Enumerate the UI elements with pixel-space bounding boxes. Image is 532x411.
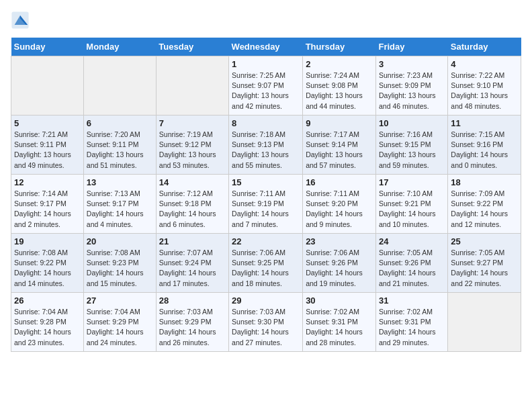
day-number: 16 [306, 177, 373, 187]
calendar-cell: 25Sunrise: 7:05 AMSunset: 9:27 PMDayligh… [448, 234, 521, 293]
day-number: 13 [87, 177, 153, 187]
weekday-row: SundayMondayTuesdayWednesdayThursdayFrid… [11, 38, 521, 56]
calendar-week-row: 26Sunrise: 7:04 AMSunset: 9:28 PMDayligh… [11, 293, 521, 352]
day-number: 5 [14, 118, 81, 128]
weekday-header: Saturday [448, 38, 521, 56]
day-number: 23 [306, 236, 373, 246]
calendar-cell: 5Sunrise: 7:21 AMSunset: 9:11 PMDaylight… [11, 116, 84, 175]
day-info: Sunrise: 7:15 AMSunset: 9:16 PMDaylight:… [451, 130, 518, 171]
day-number: 18 [451, 177, 518, 187]
day-number: 19 [14, 236, 81, 246]
calendar-cell [156, 56, 228, 116]
day-number: 2 [306, 59, 373, 69]
calendar-cell: 31Sunrise: 7:02 AMSunset: 9:31 PMDayligh… [375, 293, 447, 352]
day-number: 30 [306, 295, 373, 306]
calendar-cell: 9Sunrise: 7:17 AMSunset: 9:14 PMDaylight… [303, 116, 376, 175]
day-number: 21 [159, 236, 226, 246]
day-info: Sunrise: 7:25 AMSunset: 9:07 PMDaylight:… [232, 71, 300, 111]
logo [11, 11, 32, 30]
day-info: Sunrise: 7:06 AMSunset: 9:26 PMDaylight:… [306, 248, 373, 289]
day-info: Sunrise: 7:04 AMSunset: 9:28 PMDaylight:… [14, 307, 81, 348]
day-info: Sunrise: 7:10 AMSunset: 9:21 PMDaylight:… [379, 189, 445, 230]
day-info: Sunrise: 7:04 AMSunset: 9:29 PMDaylight:… [87, 307, 153, 348]
calendar-cell: 29Sunrise: 7:03 AMSunset: 9:30 PMDayligh… [229, 293, 303, 352]
calendar-cell: 17Sunrise: 7:10 AMSunset: 9:21 PMDayligh… [375, 175, 447, 234]
weekday-header: Wednesday [229, 38, 303, 56]
day-info: Sunrise: 7:17 AMSunset: 9:14 PMDaylight:… [306, 130, 373, 171]
day-info: Sunrise: 7:22 AMSunset: 9:10 PMDaylight:… [451, 71, 518, 111]
day-number: 26 [14, 295, 81, 306]
day-info: Sunrise: 7:03 AMSunset: 9:29 PMDaylight:… [159, 307, 226, 348]
day-info: Sunrise: 7:02 AMSunset: 9:31 PMDaylight:… [306, 307, 373, 348]
day-number: 24 [379, 236, 445, 246]
logo-icon [11, 11, 30, 30]
day-number: 27 [87, 295, 153, 306]
day-info: Sunrise: 7:23 AMSunset: 9:09 PMDaylight:… [379, 71, 445, 111]
day-info: Sunrise: 7:05 AMSunset: 9:27 PMDaylight:… [451, 248, 518, 289]
weekday-header: Friday [375, 38, 447, 56]
day-info: Sunrise: 7:08 AMSunset: 9:23 PMDaylight:… [87, 248, 153, 289]
calendar-cell: 19Sunrise: 7:08 AMSunset: 9:22 PMDayligh… [11, 234, 84, 293]
day-info: Sunrise: 7:11 AMSunset: 9:20 PMDaylight:… [306, 189, 373, 230]
day-info: Sunrise: 7:06 AMSunset: 9:25 PMDaylight:… [232, 248, 300, 289]
day-number: 11 [451, 118, 518, 128]
day-info: Sunrise: 7:16 AMSunset: 9:15 PMDaylight:… [379, 130, 445, 171]
calendar-cell: 12Sunrise: 7:14 AMSunset: 9:17 PMDayligh… [11, 175, 84, 234]
calendar-cell: 3Sunrise: 7:23 AMSunset: 9:09 PMDaylight… [375, 56, 447, 116]
calendar-cell: 1Sunrise: 7:25 AMSunset: 9:07 PMDaylight… [229, 56, 303, 116]
calendar-cell: 13Sunrise: 7:13 AMSunset: 9:17 PMDayligh… [83, 175, 156, 234]
calendar-week-row: 5Sunrise: 7:21 AMSunset: 9:11 PMDaylight… [11, 116, 521, 175]
day-number: 29 [232, 295, 300, 306]
day-info: Sunrise: 7:05 AMSunset: 9:26 PMDaylight:… [379, 248, 445, 289]
calendar-cell: 15Sunrise: 7:11 AMSunset: 9:19 PMDayligh… [229, 175, 303, 234]
day-info: Sunrise: 7:19 AMSunset: 9:12 PMDaylight:… [159, 130, 226, 171]
calendar-cell: 7Sunrise: 7:19 AMSunset: 9:12 PMDaylight… [156, 116, 228, 175]
page-header [11, 11, 521, 30]
calendar-cell: 18Sunrise: 7:09 AMSunset: 9:22 PMDayligh… [448, 175, 521, 234]
day-number: 10 [379, 118, 445, 128]
calendar-cell: 30Sunrise: 7:02 AMSunset: 9:31 PMDayligh… [303, 293, 376, 352]
calendar-cell: 4Sunrise: 7:22 AMSunset: 9:10 PMDaylight… [448, 56, 521, 116]
day-number: 15 [232, 177, 300, 187]
day-info: Sunrise: 7:03 AMSunset: 9:30 PMDaylight:… [232, 307, 300, 348]
day-info: Sunrise: 7:13 AMSunset: 9:17 PMDaylight:… [87, 189, 153, 230]
day-number: 20 [87, 236, 153, 246]
weekday-header: Sunday [11, 38, 84, 56]
day-number: 3 [379, 59, 445, 69]
calendar-cell: 22Sunrise: 7:06 AMSunset: 9:25 PMDayligh… [229, 234, 303, 293]
calendar-cell [11, 56, 84, 116]
calendar-table: SundayMondayTuesdayWednesdayThursdayFrid… [11, 38, 521, 352]
calendar-body: 1Sunrise: 7:25 AMSunset: 9:07 PMDaylight… [11, 56, 521, 352]
day-number: 31 [379, 295, 445, 306]
day-number: 9 [306, 118, 373, 128]
weekday-header: Thursday [303, 38, 376, 56]
day-info: Sunrise: 7:02 AMSunset: 9:31 PMDaylight:… [379, 307, 445, 348]
calendar-cell: 27Sunrise: 7:04 AMSunset: 9:29 PMDayligh… [83, 293, 156, 352]
calendar-cell: 6Sunrise: 7:20 AMSunset: 9:11 PMDaylight… [83, 116, 156, 175]
calendar-cell: 23Sunrise: 7:06 AMSunset: 9:26 PMDayligh… [303, 234, 376, 293]
day-number: 7 [159, 118, 226, 128]
calendar-cell [83, 56, 156, 116]
day-info: Sunrise: 7:24 AMSunset: 9:08 PMDaylight:… [306, 71, 373, 111]
day-info: Sunrise: 7:08 AMSunset: 9:22 PMDaylight:… [14, 248, 81, 289]
calendar-header: SundayMondayTuesdayWednesdayThursdayFrid… [11, 38, 521, 56]
day-number: 6 [87, 118, 153, 128]
weekday-header: Tuesday [156, 38, 228, 56]
calendar-cell: 20Sunrise: 7:08 AMSunset: 9:23 PMDayligh… [83, 234, 156, 293]
day-number: 12 [14, 177, 81, 187]
calendar-week-row: 19Sunrise: 7:08 AMSunset: 9:22 PMDayligh… [11, 234, 521, 293]
weekday-header: Monday [83, 38, 156, 56]
calendar-week-row: 12Sunrise: 7:14 AMSunset: 9:17 PMDayligh… [11, 175, 521, 234]
day-number: 22 [232, 236, 300, 246]
calendar-cell: 8Sunrise: 7:18 AMSunset: 9:13 PMDaylight… [229, 116, 303, 175]
day-number: 14 [159, 177, 226, 187]
day-number: 4 [451, 59, 518, 69]
day-info: Sunrise: 7:07 AMSunset: 9:24 PMDaylight:… [159, 248, 226, 289]
calendar-cell: 21Sunrise: 7:07 AMSunset: 9:24 PMDayligh… [156, 234, 228, 293]
calendar-cell: 11Sunrise: 7:15 AMSunset: 9:16 PMDayligh… [448, 116, 521, 175]
day-number: 17 [379, 177, 445, 187]
day-info: Sunrise: 7:21 AMSunset: 9:11 PMDaylight:… [14, 130, 81, 171]
day-info: Sunrise: 7:20 AMSunset: 9:11 PMDaylight:… [87, 130, 153, 171]
day-number: 8 [232, 118, 300, 128]
day-info: Sunrise: 7:12 AMSunset: 9:18 PMDaylight:… [159, 189, 226, 230]
